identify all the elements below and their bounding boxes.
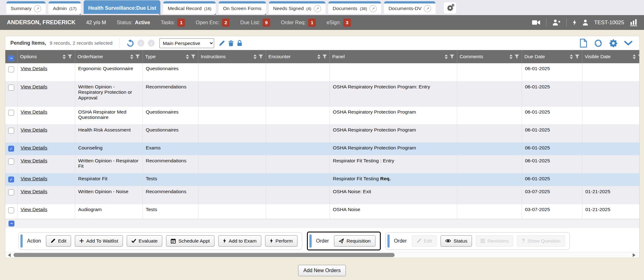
column-header-instructions[interactable]: Instructions (198, 50, 266, 63)
undo-icon[interactable] (126, 39, 134, 47)
scroll-left-arrow-icon[interactable] (8, 253, 11, 257)
sort-icon[interactable] (509, 54, 513, 59)
view-details-link[interactable]: View Details (21, 176, 47, 181)
nav-forward-icon[interactable]: › (148, 40, 155, 47)
tab-needs-signed[interactable]: Needs Signed(4)↗ (269, 1, 325, 14)
tab-settings-button[interactable] (443, 2, 457, 14)
counter-badge[interactable]: 2 (222, 19, 230, 27)
add-to-waitlist-button[interactable]: Add To Waitlist (75, 235, 123, 247)
cell-encounter (266, 124, 330, 142)
view-details-link[interactable]: View Details (21, 84, 47, 89)
filter-funnel-icon[interactable] (638, 54, 640, 59)
row-checkbox[interactable] (8, 159, 14, 165)
sort-icon[interactable] (445, 54, 448, 59)
counter-badge[interactable]: 1 (308, 19, 316, 27)
cell-instructions (198, 186, 266, 204)
add-person-icon[interactable] (552, 20, 560, 25)
document-icon[interactable] (580, 39, 587, 48)
patient-status: Status: Active (117, 20, 150, 25)
filter-funnel-icon[interactable] (450, 54, 454, 59)
row-checkbox[interactable] (8, 146, 14, 152)
column-header-panel[interactable]: Panel (330, 50, 457, 63)
requisition-button[interactable]: Requisition (334, 235, 375, 247)
tab-on-screen-forms[interactable]: On Screen Forms (219, 1, 266, 14)
perspective-select[interactable]: Main Perspective (159, 38, 214, 48)
add-new-orders-button[interactable]: Add New Orders (298, 265, 346, 276)
refresh-icon[interactable] (594, 39, 602, 47)
perform-button[interactable]: Perform (265, 235, 297, 247)
sort-icon[interactable] (186, 54, 189, 59)
status-button[interactable]: Status (441, 235, 472, 247)
filter-funnel-icon[interactable] (514, 54, 519, 59)
external-link-icon[interactable]: ↗ (369, 5, 377, 12)
person-icon[interactable] (582, 20, 588, 25)
tab-medical-record[interactable]: Medical Record(16) (163, 1, 216, 14)
trash-icon[interactable] (228, 40, 234, 46)
filter-funnel-icon[interactable] (258, 54, 263, 59)
group-label: Action (27, 238, 41, 244)
row-checkbox[interactable] (8, 207, 14, 213)
scrollbar-thumb[interactable] (14, 253, 395, 257)
nav-back-icon[interactable]: ‹ (137, 40, 144, 47)
view-details-link[interactable]: View Details (21, 145, 47, 150)
sort-icon[interactable] (633, 54, 636, 59)
row-checkbox[interactable] (8, 189, 14, 195)
filter-funnel-icon[interactable] (68, 54, 72, 59)
sort-icon[interactable] (253, 54, 257, 59)
view-details-link[interactable]: View Details (21, 207, 47, 212)
edit-button[interactable]: Edit (46, 235, 71, 247)
chevron-down-icon[interactable] (624, 41, 632, 46)
bolt-icon[interactable] (573, 20, 576, 25)
view-details-link[interactable]: View Details (21, 158, 47, 163)
filter-funnel-icon[interactable] (322, 54, 327, 59)
gear-icon[interactable] (609, 39, 617, 47)
tab-health-surveillance-due-list[interactable]: Health Surveillance:Due List (84, 0, 160, 14)
pencil-icon[interactable] (219, 40, 225, 46)
column-header-options[interactable]: Options (17, 50, 75, 63)
column-header-type[interactable]: Type (142, 50, 198, 63)
video-camera-icon[interactable] (532, 20, 540, 25)
sort-icon[interactable] (570, 54, 573, 59)
horizontal-scrollbar[interactable] (5, 252, 639, 258)
sort-icon[interactable] (130, 54, 133, 59)
column-header-comments[interactable]: Comments (457, 50, 522, 63)
external-link-icon[interactable]: ↗ (34, 5, 41, 12)
view-details-link[interactable]: View Details (21, 109, 47, 115)
row-checkbox[interactable] (8, 176, 14, 182)
row-checkbox[interactable] (8, 85, 14, 91)
filter-funnel-icon[interactable] (191, 54, 196, 59)
tab-admin[interactable]: Admin(17) (48, 1, 81, 14)
view-details-link[interactable]: View Details (21, 66, 47, 71)
tab-summary[interactable]: Summary↗ (6, 1, 46, 14)
view-details-link[interactable]: View Details (21, 189, 47, 194)
external-link-icon[interactable]: ↗ (314, 5, 321, 12)
column-header-due-date[interactable]: Due Date (522, 50, 582, 63)
view-details-link[interactable]: View Details (21, 127, 47, 132)
counter-badge[interactable]: 3 (343, 19, 351, 27)
cell-options: View Details (17, 204, 75, 219)
filter-funnel-icon[interactable] (135, 54, 140, 59)
tab-documents-dv[interactable]: Documents-DV↗ (384, 1, 436, 14)
select-all-checkbox[interactable] (8, 55, 14, 61)
row-checkbox[interactable] (8, 110, 14, 116)
counter-badge[interactable]: 9 (263, 19, 270, 27)
external-link-icon[interactable]: ↗ (424, 5, 431, 12)
lock-icon[interactable] (237, 40, 242, 46)
column-header-encounter[interactable]: Encounter (266, 50, 330, 63)
patient-age-sex: 42 y/o M (86, 20, 106, 25)
column-header-visible-date[interactable]: Visible Date (582, 50, 640, 63)
row-checkbox[interactable] (8, 128, 14, 134)
select-all-checkbox[interactable] (8, 221, 14, 227)
scroll-right-arrow-icon[interactable] (633, 253, 636, 257)
tab-documents[interactable]: Documents(38)↗ (328, 1, 381, 14)
column-header-ordername[interactable]: OrderName (75, 50, 142, 63)
add-to-exam-button[interactable]: Add to Exam (218, 235, 261, 247)
bar-chart-icon[interactable] (630, 19, 637, 26)
filter-funnel-icon[interactable] (575, 54, 580, 59)
row-checkbox[interactable] (8, 66, 14, 72)
evaluate-button[interactable]: Evaluate (127, 235, 162, 247)
schedule-appt-button[interactable]: Schedule Appt (166, 235, 214, 247)
counter-badge[interactable]: 1 (177, 19, 185, 27)
sort-icon[interactable] (63, 54, 66, 59)
sort-icon[interactable] (317, 54, 320, 59)
